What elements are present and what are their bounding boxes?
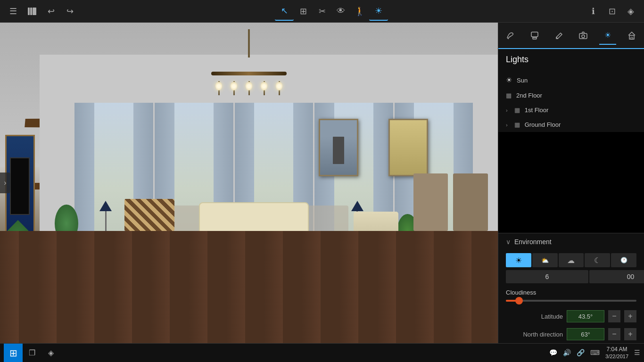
- bulb-3: [246, 82, 252, 90]
- chandelier-arm-5: [279, 81, 280, 95]
- time-inputs: [506, 270, 636, 283]
- light-item-sun[interactable]: ☀ Sun: [498, 72, 644, 88]
- volume-icon[interactable]: 🔊: [563, 349, 571, 356]
- left-panel-toggle[interactable]: ›: [0, 173, 10, 193]
- network-icon[interactable]: 🔗: [577, 349, 585, 356]
- ground-floor-icon: ▦: [514, 121, 520, 128]
- stamp-tool-icon[interactable]: [526, 26, 543, 45]
- artwork-2: [388, 119, 428, 176]
- lights-list-spacer: [498, 132, 644, 233]
- cloudy-btn[interactable]: ☁: [559, 253, 584, 267]
- room-scene: [0, 23, 498, 343]
- night-btn[interactable]: ☾: [585, 253, 610, 267]
- hamburger-menu-icon[interactable]: ☰: [4, 2, 23, 21]
- chandelier-arm-2: [233, 81, 235, 95]
- 1st-floor-icon: ▦: [514, 107, 520, 114]
- latitude-label: Latitude: [506, 313, 563, 320]
- sun-panel-icon[interactable]: ☀: [599, 26, 616, 45]
- lights-title: Lights: [506, 55, 636, 65]
- info-tool-icon[interactable]: ℹ: [584, 2, 603, 21]
- svg-rect-4: [533, 38, 537, 39]
- taskbar-right: 💬 🔊 🔗 ⌨ 7:04 AM 3/22/2017 ☰: [549, 346, 640, 360]
- latitude-input[interactable]: [567, 310, 604, 322]
- ground-floor-label: Ground Floor: [525, 121, 561, 128]
- sun-item-label: Sun: [517, 77, 528, 84]
- right-toolbar: ☀: [498, 23, 644, 49]
- svg-rect-1: [30, 8, 32, 15]
- svg-rect-0: [28, 8, 30, 15]
- taskbar-time: 7:04 AM: [605, 346, 628, 354]
- partly-cloudy-btn[interactable]: ⛅: [532, 253, 558, 267]
- keyboard-icon[interactable]: ⌨: [590, 349, 600, 356]
- action-center-icon[interactable]: ☰: [634, 349, 640, 356]
- environment-label: Environment: [514, 238, 552, 246]
- bulb-1: [215, 82, 222, 90]
- redo-icon[interactable]: ↪: [60, 2, 79, 21]
- 3d-tool-icon[interactable]: ◈: [621, 2, 640, 21]
- chandelier-fan: [211, 72, 287, 75]
- main-content: ›: [0, 23, 644, 343]
- chandelier-arm-3: [248, 81, 250, 95]
- window-tool-icon[interactable]: ⊡: [603, 2, 621, 21]
- bulb-4: [261, 82, 267, 90]
- sun-tool-icon[interactable]: ☀: [369, 2, 388, 21]
- north-direction-decrease-btn[interactable]: −: [608, 328, 620, 340]
- right-panel: ☀ Lights ☀ Sun ▦ 2nd Floor › ▦ 1st: [498, 23, 644, 343]
- svg-rect-3: [531, 32, 538, 37]
- svg-rect-2: [33, 8, 36, 15]
- viewport[interactable]: ›: [0, 23, 498, 343]
- north-direction-row: North direction − +: [498, 325, 644, 343]
- bulb-5: [276, 82, 282, 90]
- clock-btn[interactable]: 🕐: [611, 253, 636, 267]
- north-direction-increase-btn[interactable]: +: [624, 328, 636, 340]
- cloudiness-label: Cloudiness: [506, 289, 636, 296]
- undo-icon[interactable]: ↩: [41, 2, 60, 21]
- latitude-row: Latitude − +: [498, 307, 644, 325]
- day-time-btn[interactable]: ☀: [506, 253, 531, 267]
- scissors-tool-icon[interactable]: ✂: [313, 2, 331, 21]
- time-selector: ☀ ⛅ ☁ ☾ 🕐: [506, 253, 636, 267]
- grid-tool-icon[interactable]: ⊞: [294, 2, 313, 21]
- bulb-2: [231, 82, 237, 90]
- top-toolbar: ☰ ↩ ↪ ↖ ⊞ ✂ 👁 🚶 ☀ ℹ ⊡ ◈: [0, 0, 644, 23]
- paint-tool-icon[interactable]: [502, 26, 519, 45]
- notification-icon[interactable]: 💬: [549, 349, 557, 356]
- hour-input[interactable]: [506, 270, 588, 283]
- browser-btn[interactable]: ◈: [41, 344, 60, 362]
- north-direction-label: North direction: [506, 331, 563, 338]
- taskbar-clock: 7:04 AM 3/22/2017: [605, 346, 628, 360]
- environment-header[interactable]: ∨ Environment: [498, 233, 644, 250]
- north-direction-input[interactable]: [567, 328, 604, 340]
- chandelier-arm-4: [264, 81, 265, 95]
- svg-point-8: [582, 35, 585, 38]
- dining-chair-2: [413, 173, 448, 231]
- 1st-floor-label: 1st Floor: [525, 107, 549, 114]
- pencil-tool-icon[interactable]: [551, 26, 568, 45]
- taskbar: ⊞ ❐ ◈ 💬 🔊 🔗 ⌨ 7:04 AM 3/22/2017 ☰: [0, 343, 644, 362]
- 2nd-floor-icon: ▦: [506, 92, 512, 99]
- sun-item-icon: ☀: [506, 76, 512, 84]
- view-tool-icon[interactable]: 👁: [331, 2, 350, 21]
- chandelier: [211, 29, 287, 95]
- floor: [0, 231, 498, 343]
- minute-input[interactable]: [589, 270, 644, 283]
- ground-floor-chevron: ›: [506, 122, 508, 128]
- light-item-1st-floor[interactable]: › ▦ 1st Floor: [498, 103, 644, 117]
- select-tool-icon[interactable]: ↖: [275, 2, 294, 21]
- walk-tool-icon[interactable]: 🚶: [350, 2, 369, 21]
- environment-section: ∨ Environment ☀ ⛅ ☁ ☾ 🕐 Cloudiness: [498, 233, 644, 343]
- cloudiness-thumb[interactable]: [515, 297, 523, 304]
- chandelier-rod: [248, 29, 250, 58]
- cloudiness-slider[interactable]: [506, 300, 636, 302]
- task-view-btn[interactable]: ❐: [23, 344, 41, 362]
- camera-tool-icon[interactable]: [575, 26, 592, 45]
- start-button[interactable]: ⊞: [4, 344, 23, 362]
- library-icon[interactable]: [23, 2, 41, 21]
- latitude-increase-btn[interactable]: +: [624, 310, 636, 322]
- light-item-2nd-floor[interactable]: ▦ 2nd Floor: [498, 88, 644, 103]
- house-tool-icon[interactable]: [623, 26, 640, 45]
- latitude-decrease-btn[interactable]: −: [608, 310, 620, 322]
- taskbar-date: 3/22/2017: [605, 353, 628, 360]
- light-item-ground-floor[interactable]: › ▦ Ground Floor: [498, 117, 644, 132]
- tv: [10, 157, 30, 215]
